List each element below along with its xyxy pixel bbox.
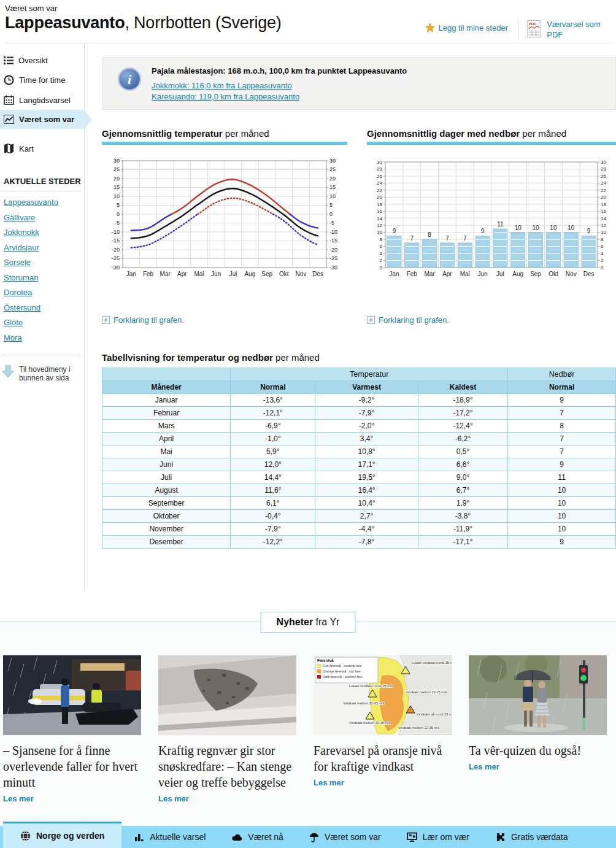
sidebar-item-time-for-time[interactable]: Time for time [0, 70, 84, 90]
sidebar-place-link[interactable]: Arvidsjaur [4, 243, 84, 252]
svg-text:11: 11 [497, 221, 504, 228]
svg-text:-15: -15 [112, 237, 120, 244]
read-more-link[interactable]: Les mer [158, 794, 189, 803]
read-more-link[interactable]: Les mer [314, 778, 344, 787]
calendar-icon [4, 95, 14, 105]
news-image-night-rescue[interactable] [3, 655, 141, 735]
svg-text:28: 28 [377, 166, 382, 172]
svg-text:Jul: Jul [229, 271, 237, 277]
svg-text:-30: -30 [112, 264, 120, 271]
news-image-wind-warning-map[interactable]: Farenivå Gult farenivå - moderat fare Or… [314, 655, 452, 735]
bottom-tab-vaeret-naa[interactable]: Været nå [218, 826, 296, 848]
add-to-my-places-link[interactable]: Legg til mine steder [425, 23, 508, 33]
svg-text:Mar: Mar [160, 271, 171, 277]
table-row: April-1,0°3,4°-6,2°7 [102, 433, 616, 445]
bottom-tab-vaeret-som-var[interactable]: Været som var [296, 826, 394, 848]
svg-text:4: 4 [601, 251, 604, 256]
news-card: Farenivå Gult farenivå - moderat fare Or… [314, 655, 452, 804]
svg-text:0: 0 [117, 211, 120, 217]
svg-text:10: 10 [114, 193, 120, 199]
explain-graph-link-precipitation[interactable]: Forklaring til grafen. [367, 315, 449, 325]
table-row: Juli14,4°19,5°9,0°11 [102, 471, 616, 484]
svg-text:Sep: Sep [261, 271, 272, 277]
table-row: Mars-6,9°-2,0°-12,4°8 [102, 420, 616, 433]
sidebar-item-oversikt[interactable]: Oversikt [0, 51, 84, 70]
svg-text:5: 5 [329, 202, 333, 208]
svg-text:Nov: Nov [296, 271, 307, 277]
table-row: Februar-12,1°-7,9°-17,2°7 [102, 407, 616, 420]
table-row: Oktober-0,4°2,7°-3,8°10 [102, 510, 616, 523]
svg-text:Feb: Feb [143, 271, 154, 277]
sidebar-place-link[interactable]: Gällivare [4, 213, 84, 222]
header-actions: Legg til mine steder PDF Værvarsel som P… [425, 13, 611, 40]
bottom-tab-laer-om-vaer[interactable]: Lær om vær [394, 826, 482, 848]
table-row: September6,1°10,4°1,9°10 [102, 497, 616, 510]
svg-text:Apr: Apr [177, 271, 187, 277]
explain-graph-link-temperature[interactable]: Forklaring til grafen. [102, 315, 184, 325]
svg-text:Sep: Sep [530, 271, 541, 277]
sidebar-item-langtidsvarsel[interactable]: Langtidsvarsel [0, 90, 84, 110]
bottom-tab-aktuelle-varsel[interactable]: Aktuelle varsel [121, 826, 218, 848]
read-more-link[interactable]: Les mer [469, 762, 499, 771]
bottom-tab-norge-og-verden[interactable]: Norge og verden [3, 822, 121, 848]
col-header-varmest: Varmest [315, 381, 418, 394]
svg-text:9: 9 [587, 228, 591, 234]
bottom-tab-gratis-vaerdata[interactable]: Gratis værdata [482, 826, 581, 848]
table-column-header-row: Måneder Normal Varmest Kaldest Normal [102, 381, 616, 394]
svg-text:Vindkast mellom 30-35 m/s: Vindkast mellom 30-35 m/s [343, 701, 385, 705]
sidebar-place-link[interactable]: Östersund [4, 303, 84, 312]
sidebar-item-kart[interactable]: Kart [0, 139, 84, 158]
svg-text:30: 30 [329, 158, 336, 164]
svg-text:-20: -20 [112, 247, 120, 253]
sidebar-place-link[interactable]: Lappeasuvanto [4, 198, 84, 207]
sidebar-place-link[interactable]: Dorotea [4, 288, 84, 297]
read-more-link[interactable]: Les mer [3, 794, 34, 803]
clock-icon [4, 75, 14, 85]
svg-text:Des: Des [312, 271, 323, 277]
table-row: Mai5,9°10,8°0,5°7 [102, 445, 616, 458]
svg-text:15: 15 [329, 184, 336, 190]
svg-text:-5: -5 [329, 220, 334, 226]
svg-text:9: 9 [393, 228, 396, 234]
to-main-menu-link[interactable]: Til hovedmeny ibunnen av sida [1, 355, 80, 382]
svg-text:Jun: Jun [211, 271, 221, 277]
svg-text:20: 20 [114, 175, 120, 182]
svg-text:26: 26 [601, 174, 606, 179]
sidebar-place-link[interactable]: Glöte [4, 318, 84, 327]
station-link-jokkmokk[interactable]: Jokkmokk: 116,0 km fra Lappeasuvanto [152, 81, 606, 90]
svg-text:Okt: Okt [279, 271, 289, 277]
sidebar-place-link[interactable]: Jokkmokk [4, 228, 84, 237]
svg-text:10: 10 [533, 225, 540, 231]
svg-text:25: 25 [114, 166, 120, 172]
svg-text:Mar: Mar [424, 271, 435, 277]
news-cards: – Sjansene for å finne overlevende falle… [0, 655, 616, 804]
news-image-avalanche-slope[interactable] [158, 655, 296, 735]
globe-icon [20, 831, 31, 841]
svg-text:0: 0 [380, 265, 383, 271]
content-area: Oversikt Time for time Langtidsv [0, 44, 616, 590]
svg-text:28: 28 [601, 166, 606, 172]
svg-text:-20: -20 [329, 247, 337, 253]
section-eyebrow: Været som var [5, 4, 611, 13]
svg-text:Aug: Aug [512, 271, 523, 277]
pdf-document-icon: PDF [527, 19, 541, 39]
cloud-icon [231, 833, 242, 841]
svg-text:Farenivå: Farenivå [317, 658, 334, 663]
puzzle-icon [495, 832, 506, 842]
news-image-rain-street[interactable] [469, 655, 607, 735]
sidebar-place-link[interactable]: Storuman [4, 273, 84, 282]
monthly-table-section: Tabellvisning for temperatur og nedbør p… [102, 352, 616, 549]
sidebar-place-link[interactable]: Sorsele [4, 258, 84, 267]
svg-text:-10: -10 [112, 229, 120, 235]
current-places-heading: AKTUELLE STEDER [4, 177, 84, 186]
sidebar-item-vaeret-som-var[interactable]: Været som var [0, 110, 84, 129]
station-link-karesuando[interactable]: Karesuando: 119,0 km fra Lappeasuvanto [152, 92, 606, 101]
svg-text:-15: -15 [329, 237, 337, 244]
map-icon [4, 144, 14, 153]
pdf-download-link[interactable]: PDF Værvarsel som PDF [518, 19, 611, 40]
precipitation-chart-title: Gjennomsnittlig dager med nedbør per mån… [367, 128, 616, 139]
news-caption: – Sjansene for å finne overlevende falle… [3, 742, 141, 790]
svg-text:30: 30 [114, 158, 120, 164]
sidebar-place-link[interactable]: Mora [4, 333, 84, 342]
bottom-navigation-bar: Norge og verden Aktuelle varsel Været nå… [0, 826, 616, 848]
